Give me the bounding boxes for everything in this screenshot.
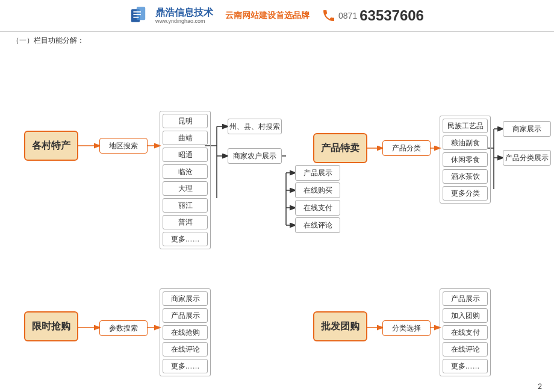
secondary-box-fenle-br: 分类选择	[382, 320, 431, 336]
secondary-box-fenlei: 产品分类	[382, 140, 431, 156]
list-item-pinglun-br: 在线评论	[443, 342, 488, 356]
content-area: （一）栏目功能分解：	[0, 32, 554, 392]
brand-slogan: 云南网站建设首选品牌	[225, 10, 310, 21]
list-item-kunming: 昆明	[163, 114, 208, 128]
phone-icon	[322, 8, 336, 23]
list-item-tuangou-br: 加入团购	[443, 308, 488, 323]
sub-goumai-tl: 在线购买	[295, 182, 340, 198]
header: 鼎浩信息技术 www.yndinghao.com 云南网站建设首选品牌 0871…	[0, 0, 554, 32]
list-item-lijiang: 丽江	[163, 198, 208, 213]
list-item-zhaotong: 昭通	[163, 148, 208, 162]
svg-rect-1	[137, 7, 145, 20]
sub-zhifu-tl: 在线支付	[295, 200, 340, 216]
svg-rect-2	[133, 11, 141, 13]
branch-shangjia-tr: 商家展示	[503, 121, 551, 137]
list-column-right-top: 民族工艺品 粮油副食 休闲零食 酒水茶饮 更多分类	[440, 116, 491, 204]
page-number: 2	[538, 382, 542, 391]
list-item-qujing: 曲靖	[163, 131, 208, 145]
list-item-xiuxian: 休闲零食	[443, 152, 488, 167]
logo-area: 鼎浩信息技术 www.yndinghao.com	[130, 5, 213, 26]
list-item-pinglun-bl: 在线评论	[163, 342, 208, 356]
list-item-shangjia-bl: 商家展示	[163, 291, 208, 306]
list-item-puer: 普洱	[163, 215, 208, 229]
list-item-more-tl: 更多……	[163, 232, 208, 246]
list-item-dali: 大理	[163, 181, 208, 196]
list-item-qianggou-bl: 在线抢购	[163, 325, 208, 340]
list-item-lincang: 临沧	[163, 164, 208, 179]
main-box-xianshi: 限时抢购	[24, 311, 78, 341]
svg-rect-4	[133, 17, 138, 18]
diagram: 各村特产 地区搜索 昆明 曲靖 昭通 临沧 大理 丽江 普洱 更多…… 州、县、…	[12, 51, 542, 392]
phone-area: 0871 63537606	[322, 7, 424, 24]
main-box-gecun: 各村特产	[24, 131, 78, 161]
sub-pinglun-tl: 在线评论	[295, 217, 340, 233]
branch-fenlei-tr: 产品分类展示	[503, 150, 551, 166]
logo-text: 鼎浩信息技术 www.yndinghao.com	[155, 7, 213, 25]
secondary-box-diqu: 地区搜索	[99, 138, 148, 154]
logo-title: 鼎浩信息技术	[155, 7, 213, 18]
list-column-left-top: 昆明 曲靖 昭通 临沧 大理 丽江 普洱 更多……	[160, 111, 211, 249]
list-item-liangyo: 粮油副食	[443, 135, 488, 150]
list-item-chanpin-bl: 产品展示	[163, 308, 208, 323]
sub-chanpin-tl: 产品展示	[295, 165, 340, 181]
list-item-more-br: 更多……	[443, 359, 488, 373]
list-item-minzu: 民族工艺品	[443, 119, 488, 133]
logo-icon	[130, 5, 152, 26]
phone-prefix: 0871	[338, 11, 357, 20]
list-item-chanpin-br: 产品展示	[443, 291, 488, 306]
phone-number: 63537606	[359, 7, 424, 24]
main-box-chanpin: 产品特卖	[313, 133, 367, 163]
branch-zhuxian: 州、县、村搜索	[228, 119, 282, 134]
section-label: （一）栏目功能分解：	[12, 36, 542, 46]
list-item-more-tr: 更多分类	[443, 186, 488, 201]
logo-subtitle: www.yndinghao.com	[155, 18, 213, 25]
list-column-right-bottom: 产品展示 加入团购 在线支付 在线评论 更多……	[440, 288, 491, 376]
list-item-jiushui: 酒水茶饮	[443, 169, 488, 184]
svg-rect-3	[133, 14, 141, 15]
list-column-left-bottom: 商家展示 产品展示 在线抢购 在线评论 更多……	[160, 288, 211, 376]
list-item-more-bl: 更多……	[163, 359, 208, 373]
branch-shangjia: 商家农户展示	[228, 148, 282, 164]
list-item-zhifu-br: 在线支付	[443, 325, 488, 340]
main-box-pifa: 批发团购	[313, 311, 367, 341]
secondary-box-canshu: 参数搜索	[99, 320, 148, 336]
